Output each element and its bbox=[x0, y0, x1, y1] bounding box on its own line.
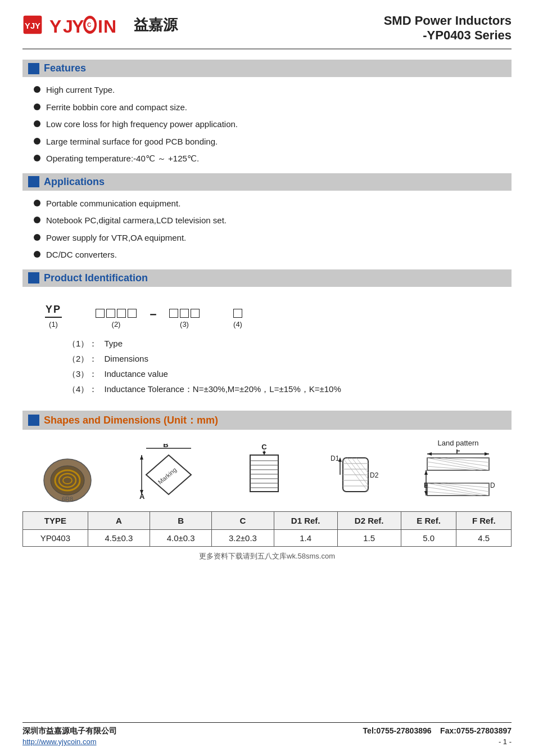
logo-chinese: 益嘉源 bbox=[134, 15, 178, 35]
list-item: Operating temperature:-40℃ ～ +125℃. bbox=[34, 152, 512, 165]
bullet-icon bbox=[34, 104, 40, 110]
pid-desc-1: （1）： Type bbox=[56, 339, 489, 349]
list-item: Portable communication equipment. bbox=[34, 197, 512, 210]
col-type: TYPE bbox=[23, 511, 88, 529]
bullet-icon bbox=[34, 120, 40, 127]
applications-section: Applications Portable communication equi… bbox=[22, 173, 512, 262]
svg-text:B: B bbox=[163, 444, 168, 449]
table-header-row: TYPE A B C D1 Ref. D2 Ref. E Ref. F Ref. bbox=[23, 511, 512, 529]
svg-line-44 bbox=[347, 458, 368, 485]
cell-type: YP0403 bbox=[23, 529, 88, 546]
col-d1: D1 Ref. bbox=[274, 511, 337, 529]
list-item: Power supply for VTR,OA equipment. bbox=[34, 232, 512, 245]
cell-d2: 1.5 bbox=[337, 529, 401, 546]
col-f: F Ref. bbox=[456, 511, 512, 529]
svg-text:IN: IN bbox=[98, 16, 117, 36]
svg-line-68 bbox=[427, 487, 482, 496]
pid-box bbox=[180, 309, 189, 318]
pid-box bbox=[191, 309, 200, 318]
features-header: Features bbox=[22, 60, 512, 77]
page-header: YJY Y J Y C IN 益嘉源 bbox=[22, 14, 512, 50]
land-pattern: Land pattern F E bbox=[422, 439, 495, 506]
product-id-title: Product Identification bbox=[44, 272, 148, 284]
pid-yp-label: YP bbox=[45, 304, 62, 318]
logo-area: YJY Y J Y C IN 益嘉源 bbox=[22, 14, 178, 36]
product-id-diagram: YP (1) (2) － bbox=[45, 304, 489, 328]
pid-descriptions: （1）： Type （2）： Dimensions （3）： Inductanc… bbox=[45, 339, 489, 395]
svg-text:Y: Y bbox=[72, 16, 84, 36]
pid-desc-3: （3）： Inductance value bbox=[56, 369, 489, 380]
pid-part4: (4) bbox=[233, 309, 242, 328]
features-section: Features High current Type. Ferrite bobb… bbox=[22, 60, 512, 165]
col-a: A bbox=[88, 511, 150, 529]
footer-page: - 1 - bbox=[363, 737, 512, 746]
dimensions-table: TYPE A B C D1 Ref. D2 Ref. E Ref. F Ref.… bbox=[22, 511, 512, 547]
svg-text:D2: D2 bbox=[370, 471, 379, 479]
cell-f: 4.5 bbox=[456, 529, 512, 546]
pid-part1: YP (1) bbox=[45, 304, 62, 328]
product-id-icon bbox=[28, 272, 39, 284]
cell-d1: 1.4 bbox=[274, 529, 337, 546]
svg-marker-49 bbox=[427, 452, 432, 456]
svg-line-53 bbox=[427, 458, 489, 470]
pid-box bbox=[96, 309, 105, 318]
cell-c: 3.2±0.3 bbox=[212, 529, 274, 546]
svg-line-65 bbox=[434, 483, 489, 492]
pid-box bbox=[233, 309, 242, 318]
svg-text:YJY: YJY bbox=[25, 21, 40, 30]
pid-boxes2 bbox=[96, 309, 137, 318]
pid-boxes4 bbox=[233, 309, 242, 318]
svg-text:6R8: 6R8 bbox=[62, 496, 73, 502]
svg-text:Y: Y bbox=[49, 16, 62, 36]
col-c: C bbox=[212, 511, 274, 529]
bullet-icon bbox=[34, 155, 40, 161]
list-item: High current Type. bbox=[34, 84, 512, 97]
list-item: Large terminal surface for good PCB bond… bbox=[34, 136, 512, 148]
shapes-header: Shapes and Dimensions (Unit：mm) bbox=[22, 411, 512, 430]
bullet-icon bbox=[34, 86, 40, 93]
list-item: DC/DC converters. bbox=[34, 249, 512, 262]
features-list: High current Type. Ferrite bobbin core a… bbox=[22, 84, 512, 165]
bullet-icon bbox=[34, 138, 40, 145]
bullet-icon bbox=[34, 200, 40, 206]
list-item: Low core loss for high frequency power a… bbox=[34, 118, 512, 131]
cell-b: 4.0±0.3 bbox=[150, 529, 212, 546]
svg-line-45 bbox=[352, 458, 368, 479]
applications-header: Applications bbox=[22, 173, 512, 191]
svg-text:D1: D1 bbox=[331, 454, 340, 462]
features-title: Features bbox=[44, 62, 86, 74]
pid-num1: (1) bbox=[49, 320, 58, 328]
cell-a: 4.5±0.3 bbox=[88, 529, 150, 546]
footer-contact: Tel:0755-27803896 Fax:0755-27803897 bbox=[363, 726, 512, 735]
table-row: YP0403 4.5±0.3 4.0±0.3 3.2±0.3 1.4 1.5 5… bbox=[23, 529, 512, 546]
svg-marker-21 bbox=[140, 455, 143, 460]
list-item: Ferrite bobbin core and compact size. bbox=[34, 101, 512, 114]
product-line: SMD Power Inductors bbox=[384, 14, 512, 28]
side-view-ab: B A Marking bbox=[135, 444, 202, 506]
cell-e: 5.0 bbox=[401, 529, 456, 546]
watermark: 更多资料下载请到五八文库wk.58sms.com bbox=[22, 551, 512, 578]
applications-list: Portable communication equipment. Notebo… bbox=[22, 197, 512, 262]
bullet-icon bbox=[34, 217, 40, 223]
footer-website[interactable]: http://www.yjycoin.com bbox=[22, 737, 117, 746]
cross-section-c: C bbox=[242, 444, 287, 506]
series: -YP0403 Series bbox=[384, 28, 512, 43]
pid-num2: (2) bbox=[112, 320, 121, 328]
d1d2-view: D1 D2 bbox=[326, 444, 382, 506]
svg-line-64 bbox=[427, 483, 489, 496]
logo-latin: Y J Y C IN bbox=[49, 14, 126, 36]
pid-box bbox=[169, 309, 178, 318]
svg-text:C: C bbox=[87, 22, 92, 28]
svg-line-57 bbox=[427, 462, 482, 470]
svg-text:D2: D2 bbox=[490, 482, 495, 489]
svg-text:C: C bbox=[261, 444, 267, 451]
features-icon bbox=[28, 63, 39, 74]
bullet-icon bbox=[34, 234, 40, 241]
svg-text:F: F bbox=[456, 449, 460, 455]
col-e: E Ref. bbox=[401, 511, 456, 529]
pid-part2: (2) bbox=[96, 309, 137, 328]
svg-text:Marking: Marking bbox=[157, 466, 178, 485]
logo-icon: YJY bbox=[22, 15, 43, 35]
product-id-area: YP (1) (2) － bbox=[22, 294, 512, 405]
shapes-title: Shapes and Dimensions (Unit：mm) bbox=[44, 413, 218, 427]
